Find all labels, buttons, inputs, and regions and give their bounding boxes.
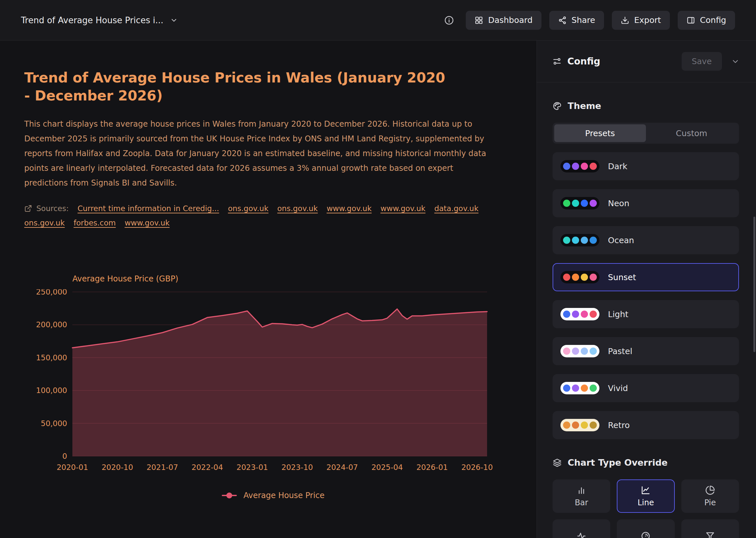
theme-swatch-dot — [563, 421, 570, 429]
theme-swatch-pill — [560, 308, 599, 320]
theme-swatch-dot — [572, 385, 579, 392]
area-chart-canvas: 050,000100,000150,000200,000250,0002020-… — [24, 289, 522, 472]
chart-type-grid: Bar Line Pie — [553, 479, 739, 538]
main-content: Trend of Average House Prices in Wales (… — [0, 40, 536, 538]
chart-type-option-partial[interactable] — [553, 519, 610, 538]
info-icon[interactable] — [444, 15, 454, 25]
theme-swatch-dot — [563, 237, 570, 244]
config-button-label: Config — [700, 15, 726, 25]
theme-swatch-dot — [590, 385, 597, 392]
theme-preset-card[interactable]: Dark — [553, 152, 739, 180]
layers-icon — [553, 458, 562, 467]
theme-swatch-dot — [572, 421, 579, 429]
source-link[interactable]: Current time information in Ceredig... — [78, 204, 219, 213]
theme-swatch-dot — [563, 385, 570, 392]
theme-preset-card[interactable]: Vivid — [553, 374, 739, 402]
theme-swatch-dot — [590, 200, 597, 207]
chart-type-option-label: Pie — [704, 498, 716, 507]
chart-type-option-partial[interactable] — [681, 519, 739, 538]
theme-tab-custom[interactable]: Custom — [646, 124, 738, 142]
theme-preset-label: Ocean — [608, 236, 634, 245]
theme-preset-label: Retro — [608, 420, 630, 430]
legend-marker-line — [222, 495, 237, 496]
chart-type-option-label: Bar — [575, 498, 588, 507]
theme-preset-card[interactable]: Retro — [553, 411, 739, 439]
legend-marker-dot — [226, 493, 232, 498]
sources-row: Sources: Current time information in Cer… — [24, 204, 506, 227]
theme-swatch-pill — [560, 345, 599, 357]
theme-swatch-dot — [563, 274, 570, 281]
source-link[interactable]: www.gov.uk — [327, 204, 371, 213]
theme-preset-card[interactable]: Pastel — [553, 337, 739, 365]
svg-text:100,000: 100,000 — [36, 387, 67, 395]
share-button[interactable]: Share — [549, 11, 604, 30]
theme-preset-card[interactable]: Ocean — [553, 226, 739, 254]
theme-preset-label: Vivid — [608, 384, 628, 393]
svg-text:2026-10: 2026-10 — [461, 463, 493, 471]
save-button[interactable]: Save — [682, 52, 722, 71]
chart-type-option[interactable]: Bar — [553, 479, 610, 513]
source-link[interactable]: ons.gov.uk — [228, 204, 269, 213]
theme-swatch-dot — [590, 348, 597, 355]
svg-text:2023-10: 2023-10 — [282, 463, 313, 471]
svg-text:2023-01: 2023-01 — [236, 463, 268, 471]
source-link[interactable]: www.gov.uk — [381, 204, 425, 213]
pie-chart-icon — [705, 485, 715, 495]
external-link-icon — [24, 204, 32, 212]
y-axis-title: Average House Price (GBP) — [72, 274, 536, 283]
theme-swatch-dot — [581, 421, 588, 429]
theme-preset-label: Sunset — [608, 273, 636, 282]
dashboard-grid-icon — [474, 16, 483, 25]
svg-text:0: 0 — [62, 452, 67, 460]
theme-swatch-dot — [590, 163, 597, 170]
theme-preset-card[interactable]: Neon — [553, 189, 739, 217]
config-panel: Config Save Theme Presets Custom Dark — [536, 40, 756, 538]
theme-swatch-dot — [563, 310, 570, 318]
config-button[interactable]: Config — [678, 11, 735, 30]
theme-swatch-dot — [572, 274, 579, 281]
chart-type-option[interactable]: Pie — [681, 479, 739, 513]
source-link[interactable]: forbes.com — [74, 219, 116, 227]
bar-chart-icon — [577, 485, 586, 495]
source-link[interactable]: www.gov.uk — [124, 219, 169, 227]
funnel-icon — [705, 531, 715, 538]
svg-text:200,000: 200,000 — [36, 321, 67, 329]
svg-text:2025-04: 2025-04 — [371, 463, 403, 471]
theme-preset-label: Neon — [608, 199, 629, 208]
line-chart-icon — [641, 485, 651, 495]
theme-swatch-pill — [560, 419, 599, 431]
source-link[interactable]: data.gov.uk — [434, 204, 478, 213]
page-title: Trend of Average House Prices in Wales (… — [24, 69, 450, 105]
export-button[interactable]: Export — [612, 11, 670, 30]
theme-tab-presets[interactable]: Presets — [554, 124, 646, 142]
svg-text:2022-04: 2022-04 — [192, 463, 223, 471]
svg-text:50,000: 50,000 — [41, 419, 67, 428]
source-link[interactable]: ons.gov.uk — [24, 219, 65, 227]
collapse-panel-chevron-icon[interactable] — [731, 57, 740, 66]
sources-label-text: Sources: — [36, 204, 69, 213]
theme-swatch-dot — [581, 385, 588, 392]
theme-preset-card[interactable]: Sunset — [553, 263, 739, 291]
theme-swatch-pill — [560, 382, 599, 394]
source-link[interactable]: ons.gov.uk — [278, 204, 318, 213]
dashboard-button[interactable]: Dashboard — [466, 11, 541, 30]
theme-swatch-pill — [560, 160, 599, 173]
theme-swatch-pill — [560, 197, 599, 209]
theme-swatch-dot — [581, 163, 588, 170]
theme-preset-card[interactable]: Light — [553, 300, 739, 328]
share-icon — [558, 16, 567, 25]
export-button-label: Export — [634, 15, 661, 25]
chart-type-option[interactable]: Line — [617, 479, 674, 513]
chart-title-dropdown[interactable]: Trend of Average House Prices i... — [21, 15, 178, 25]
svg-text:2021-07: 2021-07 — [147, 463, 178, 471]
theme-section-title: Theme — [568, 101, 601, 111]
theme-swatch-dot — [563, 163, 570, 170]
config-panel-body: Theme Presets Custom Dark Neon Ocean — [537, 82, 756, 538]
scrollbar-thumb[interactable] — [753, 217, 755, 352]
theme-swatch-dot — [581, 237, 588, 244]
svg-text:150,000: 150,000 — [36, 353, 67, 362]
chart-type-option-partial[interactable] — [617, 519, 674, 538]
top-bar-actions: Dashboard Share Export Config — [444, 11, 735, 30]
activity-icon — [577, 531, 586, 538]
legend-label: Average House Price — [243, 491, 325, 500]
